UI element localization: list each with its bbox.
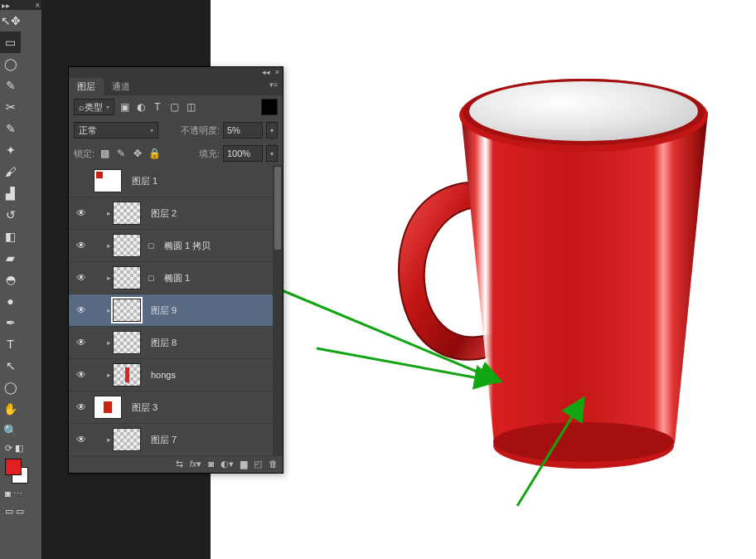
layer-row[interactable]: 👁▸▢椭圆 1 — [69, 262, 283, 294]
screen-mode-icons[interactable]: ▭ ▭ — [0, 501, 41, 522]
visibility-toggle[interactable]: 👁 — [69, 337, 94, 348]
layer-row[interactable]: 👁▸图层 7 — [69, 424, 283, 456]
zoom-tool[interactable]: 🔍 — [0, 420, 21, 441]
layer-name-label[interactable]: 图层 7 — [151, 434, 177, 446]
foreground-color-swatch[interactable] — [5, 459, 22, 475]
filter-shape-icon[interactable]: ▢ — [167, 100, 181, 114]
visibility-toggle[interactable]: 👁 — [69, 240, 94, 251]
eyedropper-tool[interactable]: ✎ — [0, 118, 21, 139]
layer-row[interactable]: 👁▸图层 9 — [69, 294, 283, 327]
layer-filter-row: ⌕ 类型▾ ▣ ◐ T ▢ ◫ — [69, 95, 283, 119]
visibility-toggle[interactable]: 👁 — [69, 401, 94, 413]
clip-indicator-icon: ▸ — [107, 435, 111, 444]
layer-name-label[interactable]: 椭圆 1 — [164, 272, 190, 284]
new-layer-icon[interactable]: ◰ — [254, 459, 262, 469]
link-layers-icon[interactable]: ⇆ — [176, 459, 183, 469]
vector-mask-icon[interactable]: ▢ — [144, 239, 158, 252]
filter-pixel-icon[interactable]: ▣ — [118, 100, 131, 114]
layer-thumbnail[interactable] — [113, 299, 141, 322]
blend-mode-select[interactable]: 正常▾ — [74, 122, 158, 139]
adjustment-layer-icon[interactable]: ◐▾ — [220, 459, 234, 469]
layer-row[interactable]: 👁▸图层 8 — [69, 327, 283, 359]
filter-toggle[interactable] — [261, 99, 278, 115]
filter-type-select[interactable]: ⌕ 类型▾ — [74, 99, 114, 115]
layer-name-label[interactable]: hongs — [151, 370, 176, 380]
close-toolbar-icon[interactable]: × — [35, 1, 40, 10]
bucket-tool[interactable]: ▰ — [0, 247, 21, 269]
layer-thumbnail[interactable] — [94, 169, 122, 192]
layer-thumbnail[interactable] — [94, 396, 122, 419]
quick-select-tool[interactable]: ✎ — [0, 75, 21, 96]
path-select-tool[interactable]: ↖ — [0, 355, 21, 377]
layer-row[interactable]: 图层 1 — [69, 165, 283, 197]
close-panel-icon[interactable]: × — [275, 68, 279, 77]
layer-thumbnail[interactable] — [113, 266, 141, 289]
layer-thumbnail[interactable] — [113, 428, 141, 451]
visibility-toggle[interactable]: 👁 — [69, 369, 94, 381]
visibility-toggle[interactable]: 👁 — [69, 207, 94, 219]
fill-arrow[interactable]: ▾ — [266, 145, 278, 162]
lock-pixels-icon[interactable]: ✎ — [114, 147, 128, 160]
blur-tool[interactable]: ◓ — [0, 269, 21, 290]
layer-name-label[interactable]: 图层 3 — [132, 401, 158, 414]
fill-field[interactable]: 100% — [223, 145, 263, 162]
collapse-toolbar-icon[interactable]: ▸▸ — [2, 1, 10, 10]
filter-smart-icon[interactable]: ◫ — [184, 100, 197, 114]
layers-scrollbar[interactable] — [273, 165, 283, 455]
collapse-panel-icon[interactable]: ◂◂ — [262, 68, 270, 77]
layer-thumbnail[interactable] — [113, 202, 141, 225]
layer-row[interactable]: 👁▸▢椭圆 1 拷贝 — [69, 230, 283, 262]
history-brush-tool[interactable]: ↺ — [0, 204, 21, 226]
rect-marquee-tool[interactable]: ▭ — [0, 32, 21, 53]
layer-thumbnail[interactable] — [113, 331, 141, 354]
delete-layer-icon[interactable]: 🗑 — [269, 459, 278, 469]
brush-tool[interactable]: 🖌 — [0, 161, 21, 182]
panel-titlebar[interactable]: ◂◂ × — [69, 67, 283, 78]
layer-name-label[interactable]: 图层 1 — [132, 175, 158, 187]
text-tool[interactable]: T — [0, 333, 21, 355]
swap-default-colors[interactable]: ⟳ ◧ — [0, 441, 41, 455]
blend-opacity-row: 正常▾ 不透明度: 5% ▾ — [69, 119, 283, 142]
lock-transparent-icon[interactable]: ▩ — [98, 147, 111, 160]
move-tool[interactable]: ↖✥ — [0, 10, 21, 32]
visibility-toggle[interactable]: 👁 — [69, 434, 94, 445]
filter-text-icon[interactable]: T — [151, 100, 164, 114]
lock-all-icon[interactable]: 🔒 — [148, 147, 161, 160]
dodge-tool[interactable]: ● — [0, 290, 21, 312]
tool-grid: ↖✥ ▭ ◯ ✎ ✂ ✎ ✦ 🖌 ▟ ↺ ◧ ▰ ◓ ● ✒ T ↖ ◯ ✋ 🔍 — [0, 10, 41, 441]
stamp-tool[interactable]: ▟ — [0, 182, 21, 204]
vector-mask-icon[interactable]: ▢ — [144, 271, 158, 284]
layer-row[interactable]: 👁▸图层 2 — [69, 197, 283, 230]
filter-adjust-icon[interactable]: ◐ — [134, 100, 148, 114]
panel-menu-icon[interactable]: ▾≡ — [264, 78, 283, 95]
layer-thumbnail[interactable] — [113, 363, 141, 386]
ellipse-shape-tool[interactable]: ◯ — [0, 377, 21, 398]
color-swatches[interactable] — [0, 455, 41, 487]
quick-mask-icon[interactable]: ◙ ⋯ — [0, 487, 41, 501]
layer-fx-icon[interactable]: fx▾ — [190, 459, 202, 469]
opacity-arrow[interactable]: ▾ — [266, 122, 278, 139]
layer-mask-icon[interactable]: ◙ — [208, 459, 214, 469]
tab-channels[interactable]: 通道 — [104, 78, 138, 95]
layer-name-label[interactable]: 图层 2 — [151, 207, 177, 220]
hand-tool[interactable]: ✋ — [0, 398, 21, 420]
visibility-toggle[interactable]: 👁 — [69, 272, 94, 284]
eraser-tool[interactable]: ◧ — [0, 226, 21, 247]
tab-layers[interactable]: 图层 — [69, 78, 104, 95]
layer-row[interactable]: 👁图层 3 — [69, 391, 283, 424]
lasso-tool[interactable]: ◯ — [0, 53, 21, 75]
group-icon[interactable]: ▆ — [240, 459, 247, 469]
layer-row[interactable]: 👁▸hongs — [69, 359, 283, 391]
layer-name-label[interactable]: 图层 9 — [151, 304, 177, 317]
layer-name-label[interactable]: 椭圆 1 拷贝 — [164, 240, 211, 252]
crop-tool[interactable]: ✂ — [0, 96, 21, 118]
layer-name-label[interactable]: 图层 8 — [151, 337, 177, 349]
visibility-toggle[interactable]: 👁 — [69, 304, 94, 316]
layers-panel-footer: ⇆ fx▾ ◙ ◐▾ ▆ ◰ 🗑 — [69, 455, 283, 473]
heal-tool[interactable]: ✦ — [0, 139, 21, 161]
opacity-field[interactable]: 5% — [223, 122, 263, 139]
pen-tool[interactable]: ✒ — [0, 312, 21, 333]
eye-icon: 👁 — [76, 240, 86, 251]
layer-thumbnail[interactable] — [113, 234, 141, 257]
lock-position-icon[interactable]: ✥ — [131, 147, 144, 160]
